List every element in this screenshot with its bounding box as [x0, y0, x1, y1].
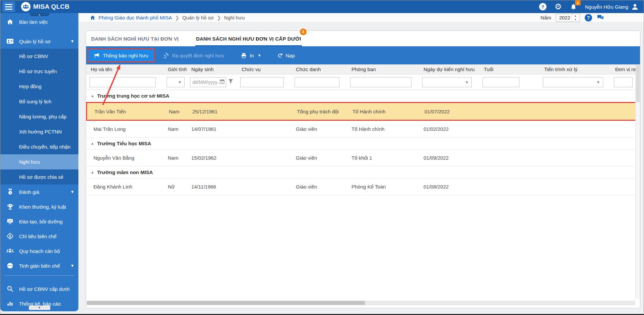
- sidebar-item-ho-so-cbnv[interactable]: Hồ sơ CBNV: [0, 49, 78, 64]
- sidebar-item-quy-hoach-can-bo[interactable]: Quy hoạch cán bộ: [0, 244, 78, 258]
- sidebar-item-label: Bàn làm việc: [19, 19, 48, 25]
- reload-button[interactable]: ↻ Nạp: [272, 49, 300, 61]
- sidebar-item-nghi-huu[interactable]: Nghỉ hưu: [0, 154, 78, 169]
- column-header-1[interactable]: Giới tính: [163, 66, 187, 72]
- horizontal-scrollbar[interactable]: [87, 301, 635, 305]
- toolbar: Thông báo nghỉ hưu Ra quyết định nghỉ hư…: [86, 46, 640, 64]
- breadcrumb-module[interactable]: Quản lý hồ sơ: [182, 15, 214, 20]
- print-button[interactable]: In ▼: [236, 49, 266, 61]
- sidebar-item-label: Hồ sơ được chia sẻ: [19, 174, 63, 180]
- cell-5: Tổ khối 1: [347, 155, 419, 161]
- user-menu[interactable]: Nguyễn Hữu Giang: [585, 3, 639, 11]
- sidebar-item-quan-ly-ho-so[interactable]: Quản lý hồ sơ▼: [0, 34, 78, 49]
- collapse-triangle-icon[interactable]: ▲: [91, 94, 94, 98]
- hamburger-menu-icon[interactable]: [2, 1, 15, 12]
- filter-select-8[interactable]: ▼: [543, 77, 603, 87]
- table-header-row: Họ và tênGiới tínhNgày sinhChức vụChức d…: [86, 64, 640, 74]
- feedback-chat-icon[interactable]: [597, 14, 604, 21]
- settings-gear-icon[interactable]: ⚙: [554, 3, 562, 11]
- column-header-5[interactable]: Phòng ban: [347, 66, 419, 72]
- filter-cell-2: 23: [187, 77, 237, 87]
- column-header-3[interactable]: Chức vụ: [237, 66, 291, 72]
- vertical-scrollbar[interactable]: [635, 64, 640, 299]
- cell-1: Nam: [163, 155, 187, 161]
- page-help-icon[interactable]: ?: [585, 14, 592, 21]
- horizontal-scrollbar-thumb[interactable]: [87, 301, 365, 305]
- year-input[interactable]: [556, 14, 572, 21]
- tab-retirement-sub-units[interactable]: DANH SÁCH NGHỈ HƯU ĐƠN VỊ CẤP DƯỚI 4: [196, 31, 301, 46]
- help-icon[interactable]: ?: [539, 3, 547, 11]
- sidebar-item-bo-sung-ly-lich[interactable]: Bổ sung lý lịch: [0, 94, 78, 109]
- sidebar-scroll-down-icon[interactable]: ▼: [29, 306, 50, 310]
- sidebar-item-xet-huong-pctnn[interactable]: Xét hưởng PCTNN: [0, 124, 78, 139]
- filter-input-3[interactable]: [240, 77, 284, 87]
- sidebar-item-dao-tao-boi-duong[interactable]: Đào tạo, bồi dưỡng: [0, 214, 78, 229]
- sidebar-item-label: Chỉ tiêu biên chế: [19, 233, 57, 239]
- filter-select-1[interactable]: ▼: [167, 77, 185, 87]
- app-logo: MISA QLCB: [21, 2, 70, 11]
- column-header-7[interactable]: Tuổi: [479, 66, 539, 72]
- filter-select-6[interactable]: ▼: [422, 77, 472, 87]
- cell-4: Giáo viên: [291, 155, 347, 161]
- filter-input-9[interactable]: [614, 77, 633, 87]
- chevron-down-icon: ▼: [596, 80, 600, 84]
- sidebar-item-ho-so-truc-tuyen[interactable]: Hồ sơ trực tuyến: [0, 64, 78, 79]
- group-row-2[interactable]: ▲Trường mầm non MISA: [86, 166, 640, 178]
- sidebar-item-hop-dong[interactable]: Hợp đồng: [0, 79, 78, 94]
- column-header-6[interactable]: Ngày dự kiến nghỉ hưu: [419, 66, 479, 72]
- sidebar-item-chi-tieu-bien-che[interactable]: Chỉ tiêu biên chế: [0, 229, 78, 244]
- group-row-1[interactable]: ▲Trường Tiểu học MISA: [86, 138, 640, 150]
- home-icon[interactable]: [90, 15, 95, 20]
- table-row[interactable]: Mai Trần LongNam14/07/1961Giáo viênTổ Hà…: [86, 121, 640, 138]
- column-header-8[interactable]: Tiến trình xử lý: [539, 66, 610, 72]
- filter-funnel-icon[interactable]: [228, 79, 233, 85]
- column-header-0[interactable]: Họ và tên: [86, 66, 163, 72]
- sidebar-item-ho-so-duoc-chia-se[interactable]: Hồ sơ được chia sẻ: [0, 169, 78, 185]
- table-row[interactable]: Nguyễn Văn BằngNam15/02/1962Giáo viênTổ …: [86, 150, 640, 166]
- issue-decision-button[interactable]: Ra quyết định nghỉ hưu: [158, 49, 230, 61]
- avatar-icon: [631, 3, 639, 11]
- svg-text:23: 23: [221, 81, 223, 83]
- annotation-highlight-box: Thông báo nghỉ hưu: [87, 48, 154, 62]
- sidebar-item-ho-so-cbnv-cap-duoi[interactable]: Hồ sơ CBNV cấp dưới: [0, 281, 78, 296]
- cell-5: Tổ Hành chính: [348, 109, 420, 114]
- group-row-0[interactable]: ▲Trường trung học cơ sở MISA: [86, 90, 640, 102]
- table-row[interactable]: Đặng Khánh LinhNữ14/11/1966Giáo viênPhòn…: [86, 178, 640, 195]
- sidebar-item-ban-lam-viec[interactable]: Bàn làm việc: [0, 14, 78, 29]
- filter-cell-0: [86, 77, 163, 87]
- filter-input-4[interactable]: [295, 77, 339, 87]
- sidebar-item-nang-luong-phu-cap[interactable]: Nâng lương, phụ cấp: [0, 109, 78, 124]
- filter-cell-3: [237, 77, 291, 87]
- sidebar-item-thong-ke-bao-cao[interactable]: Thống kê, báo cáo: [0, 296, 78, 306]
- year-down-icon[interactable]: ▼: [572, 18, 579, 21]
- sidebar-item-label: Đào tạo, bồi dưỡng: [19, 219, 63, 224]
- column-header-2[interactable]: Ngày sinh: [187, 66, 237, 72]
- sidebar-item-danh-gia[interactable]: 1Đánh giá▼: [0, 185, 78, 199]
- notification-count-badge: 2: [575, 0, 581, 5]
- filter-input-7[interactable]: [482, 77, 519, 87]
- cell-5: Tổ Hành chính: [347, 126, 419, 132]
- cell-2: 15/02/1962: [187, 155, 237, 161]
- cell-6: 01/02/2022: [419, 126, 479, 132]
- collapse-triangle-icon[interactable]: ▲: [91, 142, 94, 145]
- sidebar-item-label: Nâng lương, phụ cấp: [19, 114, 67, 119]
- sidebar-collapse-icon[interactable]: ▲: [30, 13, 49, 16]
- tab-count-badge: 4: [300, 29, 307, 35]
- collapse-triangle-icon[interactable]: ▲: [91, 170, 94, 174]
- calendar-icon[interactable]: 23: [220, 79, 224, 85]
- breadcrumb-root[interactable]: Phòng Giáo dục thành phố MISA: [99, 15, 172, 20]
- column-header-4[interactable]: Chức danh: [291, 66, 347, 72]
- year-label: Năm: [540, 15, 551, 20]
- filter-input-0[interactable]: [89, 77, 156, 87]
- year-up-icon[interactable]: ▲: [572, 14, 579, 18]
- sidebar-item-dieu-chuyen-tiep-nhan[interactable]: Điều chuyển, tiếp nhận: [0, 139, 78, 154]
- sidebar-item-tinh-gian-bien-che[interactable]: Tinh giản biên chế▼: [0, 258, 78, 273]
- table-row-highlighted[interactable]: Trần Văn TiếnNam25/12/1961Tổng phụ trách…: [86, 102, 640, 121]
- filter-input-5[interactable]: [350, 77, 411, 87]
- sidebar-item-khen-thuong-ky-luat[interactable]: Khen thưởng, kỷ luật: [0, 199, 78, 214]
- notifications-bell-icon[interactable]: 2: [570, 3, 578, 11]
- vertical-scrollbar-thumb[interactable]: [636, 65, 640, 102]
- tab-retirement-at-unit[interactable]: DANH SÁCH NGHỈ HƯU TẠI ĐƠN VỊ: [91, 31, 179, 46]
- cell-1: Nữ: [163, 184, 187, 190]
- notify-retirement-button[interactable]: Thông báo nghỉ hưu: [88, 49, 153, 61]
